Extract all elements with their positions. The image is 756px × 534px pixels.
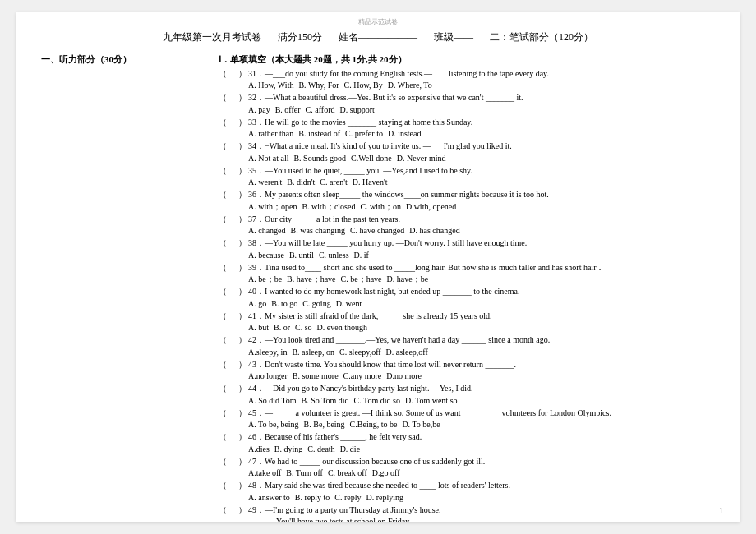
questions-list: （ ） 31．—___do you study for the coming E… bbox=[219, 68, 715, 522]
question-block: （ ） 38．—You will be late _____ you hurry… bbox=[219, 237, 715, 261]
question-block: （ ） 46．Because of his father's ______, h… bbox=[219, 431, 715, 455]
part2-label: 二：笔试部分（120分） bbox=[490, 29, 593, 47]
main-content: 一、听力部分（30分） Ⅰ．单项填空（本大题共 20题，共 1分,共 20分） … bbox=[41, 53, 715, 489]
question-block: （ ） 36．My parents often sleep_____ the w… bbox=[219, 189, 715, 213]
question-block: （ ） 40．I wanted to do my homework last n… bbox=[219, 286, 715, 310]
right-column: Ⅰ．单项填空（本大题共 20题，共 1分,共 20分） （ ） 31．—___d… bbox=[219, 53, 715, 489]
question-block: （ ） 35．—You used to be quiet, _____ you.… bbox=[219, 165, 715, 189]
question-block: （ ） 33．He will go to the movies _______ … bbox=[219, 117, 715, 140]
watermark: 精品示范试卷 - - - bbox=[358, 17, 398, 34]
question-block: （ ） 49．—I'm going to a party on Thursday… bbox=[219, 504, 715, 522]
class-field: 班级—— bbox=[434, 29, 473, 47]
page-number: 1 bbox=[719, 506, 723, 515]
question-block: （ ） 37．Our city _____ a lot in the past … bbox=[219, 214, 715, 237]
question-block: （ ） 45．—_____ a volunteer is great. —I t… bbox=[219, 407, 715, 431]
question-block: （ ） 42．—You look tired and _______.—Yes,… bbox=[219, 334, 715, 358]
question-block: （ ） 39．Tina used to____ short and she us… bbox=[219, 262, 715, 286]
full-score: 满分150分 bbox=[278, 29, 322, 47]
question-block: （ ） 43．Don't waste time. You should know… bbox=[219, 359, 715, 383]
question-block: （ ） 44．—Did you go to Nancy's birthday p… bbox=[219, 383, 715, 407]
exam-grade: 九年级第一次月考试卷 bbox=[163, 29, 261, 47]
question-block: （ ） 32．—What a beautiful dress.—Yes. But… bbox=[219, 92, 715, 116]
listening-title: 一、听力部分（30分） bbox=[41, 53, 205, 66]
exam-page: 精品示范试卷 - - - 九年级第一次月考试卷 满分150分 姓名—————— … bbox=[16, 12, 740, 522]
question-block: （ ） 48．Mary said she was tired because s… bbox=[219, 480, 715, 504]
question-block: （ ） 41．My sister is still afraid of the … bbox=[219, 311, 715, 334]
left-column: 一、听力部分（30分） bbox=[41, 53, 205, 489]
question-block: （ ） 47．We had to _____ our discussion be… bbox=[219, 456, 715, 480]
question-block: （ ） 31．—___do you study for the coming E… bbox=[219, 68, 715, 92]
fill-blank-title: Ⅰ．单项填空（本大题共 20题，共 1分,共 20分） bbox=[219, 53, 715, 66]
question-block: （ ） 34．−What a nice meal. It's kind of y… bbox=[219, 140, 715, 164]
